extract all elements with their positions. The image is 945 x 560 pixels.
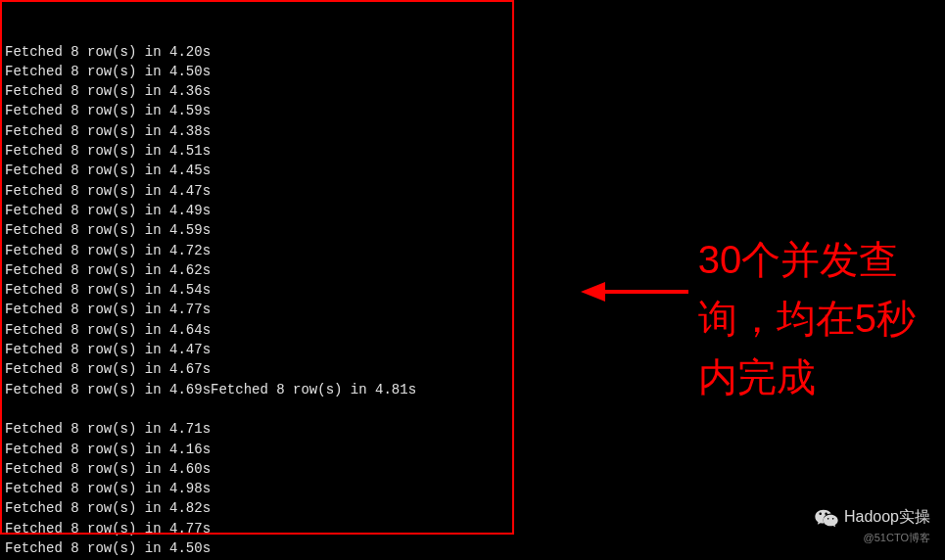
terminal-line: Fetched 8 row(s) in 4.36s (5, 81, 940, 101)
terminal-line: Fetched 8 row(s) in 4.47s (5, 181, 940, 201)
terminal-line: Fetched 8 row(s) in 4.71s (5, 419, 940, 439)
annotation-callout: 30个并发查 询，均在5秒 内完成 (581, 230, 916, 406)
terminal-line: Fetched 8 row(s) in 4.98s (5, 479, 940, 498)
terminal-line: Fetched 8 row(s) in 4.16s (5, 440, 940, 459)
watermark-sub-text: @51CTO博客 (864, 531, 930, 545)
terminal-line: Fetched 8 row(s) in 4.20s (5, 42, 940, 62)
watermark-brand: Hadoop实操 (815, 507, 930, 528)
terminal-line: Fetched 8 row(s) in 4.50s (5, 538, 940, 558)
terminal-line: Fetched 8 row(s) in 4.82s (5, 498, 940, 518)
terminal-line: Fetched 8 row(s) in 4.59s (5, 101, 940, 120)
terminal-line: Fetched 8 row(s) in 4.60s (5, 459, 940, 479)
annotation-text: 30个并发查 询，均在5秒 内完成 (698, 230, 916, 406)
terminal-line: Fetched 8 row(s) in 4.51s (5, 141, 940, 161)
terminal-line: Fetched 8 row(s) in 4.49s (5, 201, 940, 220)
svg-marker-1 (581, 282, 605, 302)
watermark-brand-text: Hadoop实操 (844, 507, 930, 528)
arrow-icon (581, 277, 688, 306)
terminal-line: Fetched 8 row(s) in 4.50s (5, 62, 940, 81)
terminal-line: Fetched 8 row(s) in 4.45s (5, 161, 940, 180)
terminal-line: Fetched 8 row(s) in 4.38s (5, 121, 940, 141)
wechat-icon (815, 508, 838, 528)
terminal-line: Fetched 8 row(s) in 4.77s (5, 519, 940, 538)
